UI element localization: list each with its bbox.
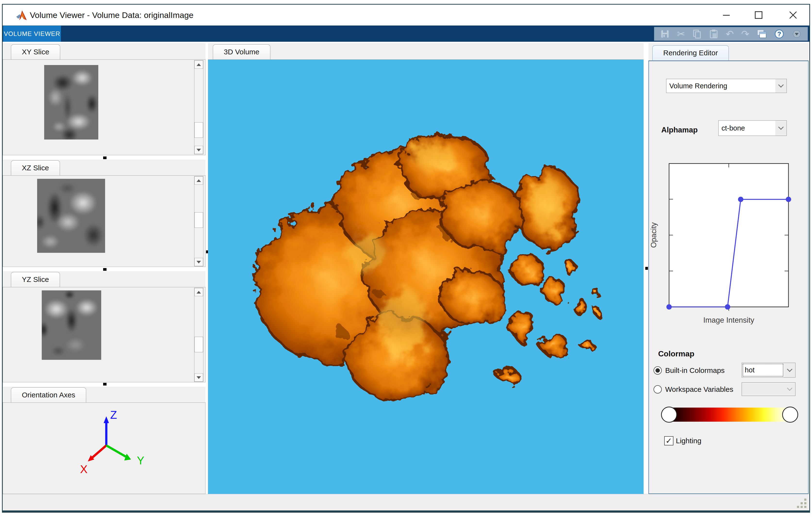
builtin-colormaps-radio[interactable]: [654, 366, 662, 374]
rendering-editor-content: Volume Rendering Alphamap ct-bone: [648, 61, 809, 494]
volume-3d-panel: 3D Volume: [208, 43, 644, 494]
chevron-down-icon: [784, 383, 795, 396]
save-icon[interactable]: [660, 29, 670, 38]
axis-label-y: Y: [137, 454, 144, 467]
yz-slice-tabrow: YZ Slice: [3, 271, 206, 287]
axis-label-x: X: [80, 463, 88, 476]
colormap-range-handle-right[interactable]: [782, 406, 798, 423]
more-options-icon[interactable]: [792, 29, 802, 39]
chevron-down-icon: [775, 121, 786, 135]
status-bar: [3, 494, 809, 511]
copy-icon[interactable]: [692, 29, 702, 38]
window-layout-icon[interactable]: [757, 29, 767, 39]
help-icon[interactable]: ?: [774, 29, 784, 39]
minimize-button[interactable]: [721, 9, 732, 21]
title-bar: Volume Viewer - Volume Data: originalIma…: [3, 5, 809, 26]
xy-slice-scrollbar[interactable]: [194, 60, 203, 154]
rendering-editor-panel: Rendering Editor Volume Rendering Alpham…: [648, 43, 809, 494]
yz-slice-scrollbar[interactable]: [194, 288, 203, 382]
axis-label-z: Z: [110, 408, 117, 421]
tab-3d-volume[interactable]: 3D Volume: [213, 44, 270, 59]
scroll-down-button[interactable]: [194, 258, 203, 266]
ribbon-tab-volume-viewer[interactable]: VOLUME VIEWER: [3, 26, 61, 42]
scroll-up-button[interactable]: [194, 176, 203, 185]
alphamap-control-point[interactable]: [725, 304, 730, 310]
vertical-splitter-handle[interactable]: [645, 267, 648, 270]
alphamap-control-point[interactable]: [738, 197, 743, 202]
left-panel-column: XY Slice XZ Slice YZ Slice: [3, 42, 206, 494]
tab-xz-slice[interactable]: XZ Slice: [11, 160, 60, 175]
scroll-thumb[interactable]: [194, 122, 203, 138]
app-window: Volume Viewer - Volume Data: originalIma…: [2, 4, 810, 513]
close-button[interactable]: [787, 9, 799, 21]
window-title: Volume Viewer - Volume Data: originalIma…: [30, 5, 194, 26]
resize-grip[interactable]: [793, 497, 806, 508]
ribbon: VOLUME VIEWER ✂ ↶ ↷ ?: [3, 26, 809, 42]
horizontal-splitter-handle[interactable]: [103, 156, 107, 159]
scroll-thumb[interactable]: [194, 337, 203, 352]
lighting-label: Lighting: [676, 437, 701, 445]
plot-ylabel: Opacity: [649, 222, 658, 248]
alphamap-label: Alphamap: [661, 126, 698, 134]
alphamap-control-point[interactable]: [666, 304, 672, 310]
builtin-colormaps-label: Built-in Colormaps: [665, 366, 725, 374]
volume-viewport[interactable]: [208, 60, 644, 494]
quick-access-toolbar: ✂ ↶ ↷ ?: [654, 27, 808, 41]
colormap-range-handle-left[interactable]: [661, 406, 677, 423]
xz-slice-image: [37, 179, 105, 253]
horizontal-splitter-handle[interactable]: [103, 383, 107, 386]
orientation-axes-panel: Z X Y: [3, 403, 206, 494]
colormap-heading: Colormap: [658, 349, 694, 358]
alphamap-control-point[interactable]: [786, 197, 791, 202]
main-area: XY Slice XZ Slice YZ Slice: [3, 42, 809, 494]
colormap-gradient-bar: [668, 407, 791, 422]
scroll-down-button[interactable]: [194, 373, 203, 382]
workspace-variable-dropdown[interactable]: [742, 382, 795, 396]
alphamap-dropdown[interactable]: ct-bone: [718, 120, 787, 136]
xy-slice-tabrow: XY Slice: [3, 43, 206, 60]
tab-orientation-axes[interactable]: Orientation Axes: [11, 388, 86, 402]
workspace-variables-label: Workspace Variables: [665, 385, 733, 394]
undo-icon[interactable]: ↶: [726, 29, 734, 39]
chevron-down-icon: [775, 79, 786, 93]
scroll-down-button[interactable]: [194, 146, 203, 154]
svg-text:?: ?: [777, 30, 781, 38]
xy-slice-image: [44, 65, 98, 140]
redo-icon[interactable]: ↷: [741, 29, 749, 39]
workspace-variables-radio[interactable]: [654, 385, 662, 394]
scroll-up-button[interactable]: [194, 60, 203, 69]
orientation-axes-figure: Z X Y: [3, 403, 205, 493]
xz-slice-tabrow: XZ Slice: [3, 160, 206, 176]
rendering-editor-tabrow: Rendering Editor: [648, 43, 809, 61]
xy-slice-panel: [3, 60, 206, 155]
lighting-checkbox[interactable]: ✓: [664, 436, 673, 446]
tab-xy-slice[interactable]: XY Slice: [11, 44, 60, 59]
rendering-style-dropdown[interactable]: Volume Rendering: [666, 79, 787, 93]
paste-icon[interactable]: [709, 29, 718, 38]
maximize-button[interactable]: [753, 9, 764, 21]
volume-rendering-figure: [208, 60, 644, 494]
cut-icon[interactable]: ✂: [677, 29, 685, 39]
tab-yz-slice[interactable]: YZ Slice: [11, 272, 60, 287]
yz-slice-image: [42, 291, 101, 360]
matlab-logo-icon: [16, 9, 28, 22]
xz-slice-scrollbar[interactable]: [194, 176, 203, 266]
tab-rendering-editor[interactable]: Rendering Editor: [652, 45, 729, 60]
orientation-axes-tabrow: Orientation Axes: [3, 387, 206, 403]
horizontal-splitter-handle[interactable]: [103, 268, 107, 271]
scroll-up-button[interactable]: [194, 288, 203, 296]
scroll-thumb[interactable]: [194, 212, 203, 228]
builtin-colormap-dropdown[interactable]: hot: [742, 363, 795, 377]
alphamap-plot[interactable]: Opacity Image Intensity: [649, 150, 808, 344]
chevron-down-icon: [784, 363, 795, 377]
plot-xlabel: Image Intensity: [703, 316, 754, 324]
volume-3d-tabrow: 3D Volume: [208, 43, 644, 60]
yz-slice-panel: [3, 287, 206, 382]
